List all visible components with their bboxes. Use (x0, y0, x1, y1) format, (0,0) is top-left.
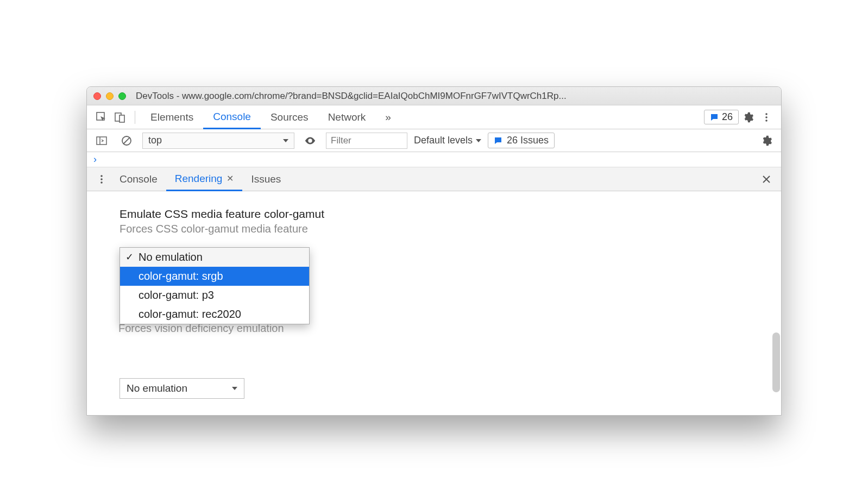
setting-subtitle: Forces CSS color-gamut media feature (119, 223, 749, 235)
dropdown-option-p3[interactable]: color-gamut: p3 (120, 286, 309, 305)
svg-rect-6 (97, 137, 106, 145)
devtools-window: DevTools - www.google.com/chrome/?brand=… (86, 86, 782, 416)
tab-sources[interactable]: Sources (261, 105, 318, 129)
svg-point-3 (765, 113, 768, 115)
tab-elements[interactable]: Elements (141, 105, 203, 129)
main-tab-strip: Elements Console Sources Network » 26 (87, 105, 781, 129)
svg-line-9 (123, 137, 130, 144)
drawer-tab-label: Console (119, 173, 158, 185)
minimize-window-button[interactable] (106, 92, 114, 100)
chevron-down-icon (232, 387, 237, 390)
settings-gear-icon[interactable] (739, 108, 757, 127)
svg-rect-2 (119, 115, 124, 122)
inspect-element-icon[interactable] (92, 108, 111, 127)
close-window-button[interactable] (93, 92, 101, 100)
drawer-tab-console[interactable]: Console (111, 167, 166, 191)
scrollbar-thumb[interactable] (772, 332, 780, 392)
console-toolbar: top Default levels 26 Issues (87, 129, 781, 152)
live-expression-eye-icon[interactable] (301, 131, 319, 150)
drawer-tab-issues[interactable]: Issues (242, 167, 290, 191)
setting-title: Emulate CSS media feature color-gamut (119, 208, 749, 221)
drawer-tab-rendering[interactable]: Rendering ✕ (166, 168, 243, 191)
drawer-kebab-icon[interactable] (92, 170, 111, 189)
divider (135, 111, 135, 124)
window-title: DevTools - www.google.com/chrome/?brand=… (136, 91, 775, 102)
select-value: No emulation (127, 382, 187, 394)
tab-network[interactable]: Network (318, 105, 376, 129)
issues-badge[interactable]: 26 Issues (488, 133, 555, 148)
zoom-window-button[interactable] (118, 92, 126, 100)
clear-console-icon[interactable] (117, 131, 136, 150)
message-icon (710, 113, 719, 122)
device-toolbar-icon[interactable] (111, 108, 129, 127)
message-icon (494, 136, 502, 145)
issues-count-badge[interactable]: 26 (704, 110, 739, 124)
drawer-tab-label: Rendering (175, 173, 223, 185)
filter-input[interactable] (326, 133, 407, 149)
drawer-tab-label: Issues (251, 173, 281, 185)
dropdown-option-no-emulation[interactable]: No emulation (120, 248, 309, 267)
dropdown-option-rec2020[interactable]: color-gamut: rec2020 (120, 305, 309, 324)
drawer-tab-strip: Console Rendering ✕ Issues (87, 167, 781, 191)
more-tabs-button[interactable]: » (375, 105, 401, 129)
title-bar: DevTools - www.google.com/chrome/?brand=… (87, 87, 781, 105)
close-tab-icon[interactable]: ✕ (227, 173, 234, 184)
vision-deficiency-select[interactable]: No emulation (119, 378, 244, 399)
color-gamut-dropdown[interactable]: No emulation color-gamut: srgb color-gam… (119, 247, 310, 324)
console-settings-gear-icon[interactable] (757, 131, 776, 150)
show-console-sidebar-icon[interactable] (92, 131, 111, 150)
console-prompt[interactable]: › (87, 152, 781, 167)
traffic-lights (93, 92, 126, 100)
close-drawer-icon[interactable] (757, 170, 776, 189)
svg-point-5 (765, 120, 768, 122)
svg-point-11 (100, 178, 103, 180)
rendering-pane: Emulate CSS media feature color-gamut Fo… (87, 191, 781, 415)
svg-point-4 (765, 116, 768, 118)
svg-point-10 (100, 175, 103, 177)
prompt-chevron-icon: › (93, 154, 97, 165)
tab-console[interactable]: Console (203, 106, 261, 129)
issues-badge-label: 26 Issues (507, 135, 549, 146)
chevron-down-icon (283, 139, 288, 142)
context-selector[interactable]: top (142, 133, 294, 149)
levels-label: Default levels (414, 135, 473, 146)
svg-point-12 (100, 181, 103, 184)
context-value: top (148, 135, 162, 146)
dropdown-option-srgb[interactable]: color-gamut: srgb (120, 267, 309, 286)
kebab-menu-icon[interactable] (757, 108, 776, 127)
issues-count-value: 26 (722, 111, 733, 123)
chevron-down-icon (476, 139, 481, 142)
log-levels-selector[interactable]: Default levels (414, 135, 481, 146)
